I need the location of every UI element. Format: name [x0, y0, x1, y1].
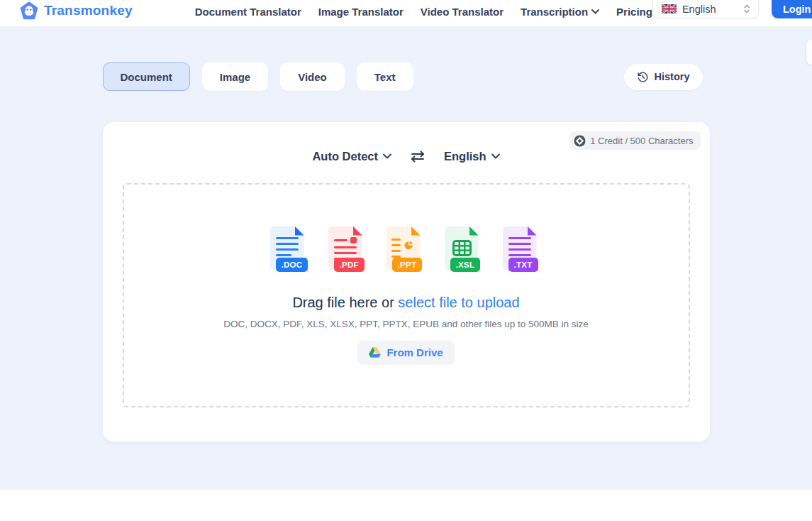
tab-document[interactable]: Document — [103, 62, 190, 91]
credit-badge-text: 1 Credit / 500 Characters — [590, 136, 693, 146]
next-section-strip — [0, 490, 812, 521]
nav-label: Document Translator — [195, 6, 301, 18]
ppt-ext-badge: .PPT — [392, 258, 423, 272]
history-icon — [637, 71, 649, 83]
chevron-down-icon — [591, 9, 599, 14]
site-language-value: English — [682, 4, 737, 15]
nav-video-translator[interactable]: Video Translator — [421, 6, 504, 18]
credit-coin-icon — [574, 135, 586, 147]
nav-pricing[interactable]: Pricing — [616, 6, 652, 18]
file-type-icon-txt: .TXT — [501, 226, 544, 276]
source-language-dropdown[interactable]: Auto Detect — [312, 150, 391, 163]
header-right: English Login — [652, 0, 812, 18]
nav-label: Video Translator — [421, 6, 504, 18]
credit-badge: 1 Credit / 500 Characters — [569, 131, 700, 150]
xsl-ext-badge: .XSL — [450, 258, 481, 272]
login-button[interactable]: Login — [772, 0, 812, 18]
upload-dropzone[interactable]: .DOC .PDF — [123, 183, 690, 407]
from-drive-button[interactable]: From Drive — [357, 341, 454, 365]
file-type-icon-pdf: .PDF — [327, 226, 369, 276]
tab-text[interactable]: Text — [357, 62, 413, 91]
target-language-dropdown[interactable]: English — [444, 150, 500, 163]
monkey-logo-icon — [20, 1, 38, 20]
nav-transcription[interactable]: Transcription — [521, 6, 599, 18]
target-language-value: English — [444, 150, 486, 163]
nav-document-translator[interactable]: Document Translator — [195, 6, 301, 18]
nav-label: Image Translator — [318, 6, 404, 18]
uk-flag-icon — [662, 4, 677, 13]
side-panel-handle[interactable] — [806, 40, 812, 65]
tab-image[interactable]: Image — [202, 62, 268, 91]
nav-label: Pricing — [616, 6, 652, 18]
from-drive-label: From Drive — [386, 346, 443, 358]
nav-label: Transcription — [521, 6, 588, 18]
txt-ext-badge: .TXT — [508, 258, 538, 272]
file-type-icon-doc: .DOC — [269, 226, 311, 276]
history-label: History — [655, 71, 690, 82]
drag-text: Drag file here or — [292, 295, 394, 310]
doc-ext-badge: .DOC — [276, 258, 308, 272]
select-file-link[interactable]: select file to upload — [398, 295, 519, 310]
file-type-icon-xsl: .XSL — [443, 226, 486, 276]
select-caret-icon — [743, 4, 751, 14]
translator-card: 1 Credit / 500 Characters Auto Detect — [103, 122, 710, 442]
supported-formats-text: DOC, DOCX, PDF, XLS, XLSX, PPT, PPTX, EP… — [223, 319, 589, 329]
source-language-value: Auto Detect — [312, 150, 378, 163]
google-drive-icon — [369, 347, 381, 358]
history-button[interactable]: History — [624, 64, 703, 90]
brand-name: Transmonkey — [44, 3, 133, 18]
drag-instruction: Drag file here or select file to upload — [292, 295, 519, 311]
chevron-down-icon — [383, 153, 391, 159]
file-type-icons: .DOC .PDF — [269, 226, 544, 276]
brand-logo[interactable]: Transmonkey — [20, 1, 133, 20]
tab-video[interactable]: Video — [280, 62, 345, 91]
nav-image-translator[interactable]: Image Translator — [318, 6, 404, 18]
header: Transmonkey Document Translator Image Tr… — [0, 0, 812, 27]
chevron-down-icon — [491, 153, 500, 159]
main-nav: Document Translator Image Translator Vid… — [195, 6, 652, 18]
file-type-icon-ppt: .PPT — [385, 226, 428, 276]
main-area: Document Image Video Text History — [0, 27, 812, 490]
mode-tabs: Document Image Video Text History — [103, 62, 710, 91]
pdf-ext-badge: .PDF — [334, 258, 365, 272]
site-language-select[interactable]: English — [652, 0, 759, 18]
swap-languages-button[interactable] — [408, 149, 427, 164]
